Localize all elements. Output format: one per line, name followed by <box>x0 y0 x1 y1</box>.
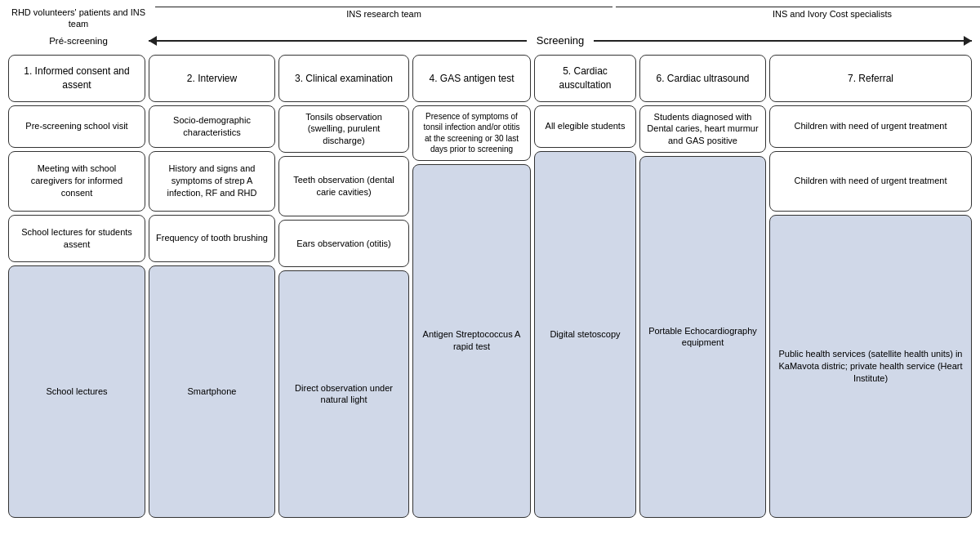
label-prescreening: Pré-screening <box>8 36 149 46</box>
label-ins-ivory: INS and Ivory Cost specialists <box>616 7 980 30</box>
col7-row1: Children with need of urgent treatment <box>769 105 972 148</box>
col2-row1: Socio-demographic characteristics <box>149 105 275 148</box>
col2-row4: Smartphone <box>149 265 275 518</box>
col7-row3: Public health services (satellite health… <box>769 215 972 518</box>
col-interview: 2. Interview Socio-demographic character… <box>149 55 275 518</box>
col-gas: 4. GAS antigen test Presence of symptoms… <box>412 55 531 518</box>
col2-header: 2. Interview <box>149 55 275 102</box>
col7-header: 7. Referral <box>769 55 972 102</box>
col-referral: 7. Referral Children with need of urgent… <box>769 55 972 518</box>
col-clinical: 3. Clinical examination Tonsils observat… <box>278 55 409 518</box>
top-labels-row: RHD volunteers' patients and INS team IN… <box>8 7 972 30</box>
col1-row3: School lectures for students assent <box>8 215 145 262</box>
col3-row1: Tonsils observation (swelling, purulent … <box>278 105 409 154</box>
col1-row4: School lectures <box>8 265 145 518</box>
label-ins-research: INS research team <box>155 7 612 30</box>
col4-merged: Antigen Streptococcus A rapid test <box>412 164 531 518</box>
col5-header: 5. Cardiac auscultation <box>534 55 636 102</box>
main-grid: 1. Informed consent and assent Pre-scree… <box>8 55 972 518</box>
col2-row2: History and signs and symptoms of strep … <box>149 151 275 212</box>
col3-row3: Ears observation (otitis) <box>278 220 409 267</box>
col7-row2: Children with need of urgent treatment <box>769 151 972 212</box>
label-screening-container: Screening <box>149 32 972 50</box>
col5-merged: Digital stetoscopy <box>534 151 636 518</box>
col3-header: 3. Clinical examination <box>278 55 409 102</box>
col1-row1: Pre-screening school visit <box>8 105 145 148</box>
col4-header: 4. GAS antigen test <box>412 55 531 102</box>
col2-row3: Frequency of tooth brushing <box>149 215 275 262</box>
col-informed-consent: 1. Informed consent and assent Pre-scree… <box>8 55 145 518</box>
col1-header: 1. Informed consent and assent <box>8 55 145 102</box>
col-cardiac-us: 6. Cardiac ultrasound Students diagnosed… <box>639 55 766 518</box>
col6-row-top: Students diagnosed with Dental caries, h… <box>639 105 766 154</box>
col6-header: 6. Cardiac ultrasound <box>639 55 766 102</box>
col1-row2: Meeting with school caregivers for infor… <box>8 151 145 212</box>
stage-row: Pré-screening Screening <box>8 32 972 50</box>
col3-row2: Teeth observation (dental carie cavities… <box>278 156 409 216</box>
col5-row-top: All elegible students <box>534 105 636 148</box>
col3-row4: Direct observation under natural light <box>278 270 409 517</box>
label-rhd: RHD volunteers' patients and INS team <box>8 7 149 30</box>
label-screening: Screening <box>527 34 595 47</box>
col4-row-top: Presence of symptoms of tonsil infection… <box>412 105 531 161</box>
col-cardiac-aus: 5. Cardiac auscultation All elegible stu… <box>534 55 636 518</box>
col6-merged: Portable Echocardiography equipment <box>639 156 766 517</box>
page: RHD volunteers' patients and INS team IN… <box>0 0 980 535</box>
